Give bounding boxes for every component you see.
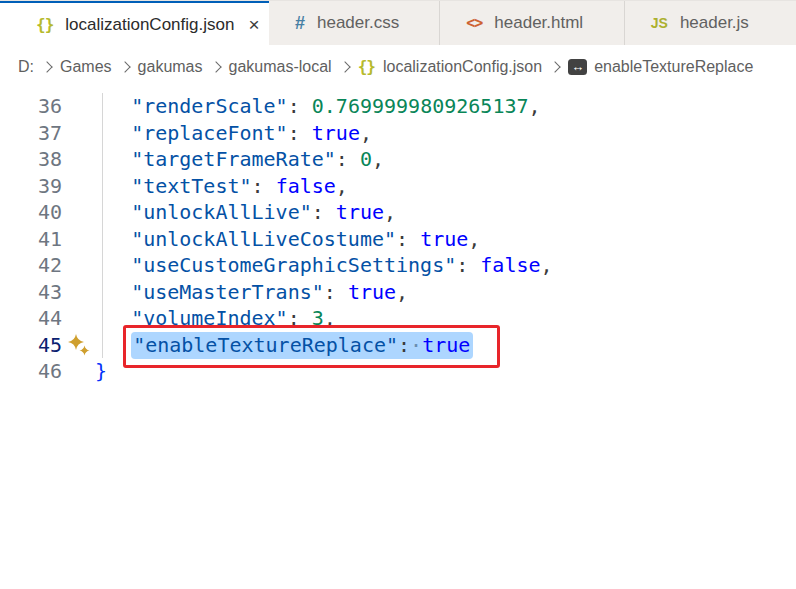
tab-header-html[interactable]: <> header.html: [440, 1, 625, 46]
code-line[interactable]: 36 "renderScale": 0.7699999809265137,: [0, 93, 796, 120]
code-text: "targetFrameRate": 0,: [95, 146, 384, 173]
json-braces-icon: {}: [358, 57, 375, 76]
code-text: }: [95, 358, 107, 385]
gutter: [62, 279, 95, 306]
code-line[interactable]: 41 "unlockAllLiveCostume": true,: [0, 226, 796, 253]
tab-label: localizationConfig.json: [65, 15, 234, 35]
code-line[interactable]: 43 "useMasterTrans": true,: [0, 279, 796, 306]
line-number: 43: [0, 280, 62, 304]
code-text: "unlockAllLive": true,: [95, 199, 396, 226]
line-number: 42: [0, 253, 62, 277]
code-line[interactable]: 37 "replaceFont": true,: [0, 120, 796, 147]
breadcrumb-symbol-label: enableTextureReplace: [594, 58, 753, 76]
tab-bar: {} localizationConfig.json × # header.cs…: [0, 0, 796, 45]
chevron-right-icon: [549, 61, 560, 72]
code-line[interactable]: 38 "targetFrameRate": 0,: [0, 146, 796, 173]
line-number: 40: [0, 200, 62, 224]
gutter: [62, 226, 95, 253]
code-text: "renderScale": 0.7699999809265137,: [95, 93, 541, 120]
code-text: "enableTextureReplace":·true: [95, 332, 473, 359]
code-line[interactable]: 42 "useCustomeGraphicSettings": false,: [0, 252, 796, 279]
chevron-right-icon: [41, 61, 52, 72]
code-line[interactable]: 39 "textTest": false,: [0, 173, 796, 200]
css-hash-icon: #: [295, 13, 305, 34]
close-icon[interactable]: ×: [248, 15, 259, 34]
chevron-right-icon: [210, 61, 221, 72]
gutter: [62, 146, 95, 173]
gutter: [62, 173, 95, 200]
breadcrumb-symbol[interactable]: ↔ enableTextureReplace: [568, 58, 753, 76]
code-editor[interactable]: 36 "renderScale": 0.7699999809265137,37 …: [0, 88, 796, 589]
breadcrumb-gakumas-local[interactable]: gakumas-local: [229, 58, 332, 76]
code-text: "volumeIndex": 3,: [95, 305, 336, 332]
code-text: "replaceFont": true,: [95, 120, 372, 147]
code-text: "useCustomeGraphicSettings": false,: [95, 252, 553, 279]
code-line[interactable]: 44 "volumeIndex": 3,: [0, 305, 796, 332]
symbol-boolean-icon: ↔: [568, 59, 587, 75]
gutter: [62, 199, 95, 226]
breadcrumb-file[interactable]: {} localizationConfig.json: [358, 57, 542, 76]
gutter: [62, 332, 95, 359]
tab-header-js[interactable]: JS header.js: [625, 1, 796, 46]
code-text: "useMasterTrans": true,: [95, 279, 408, 306]
gutter: [62, 120, 95, 147]
html-angle-brackets-icon: <>: [466, 14, 482, 32]
gutter: [62, 358, 95, 385]
gutter: [62, 252, 95, 279]
tab-label: header.css: [317, 13, 399, 33]
json-braces-icon: {}: [36, 15, 53, 34]
breadcrumb-drive[interactable]: D:: [18, 58, 34, 76]
breadcrumb-gakumas[interactable]: gakumas: [138, 58, 203, 76]
line-number: 36: [0, 94, 62, 118]
line-number: 44: [0, 306, 62, 330]
breadcrumb-file-label: localizationConfig.json: [383, 58, 542, 76]
code-line[interactable]: 46}: [0, 358, 796, 385]
code-text: "textTest": false,: [95, 173, 348, 200]
tab-localizationconfig-json[interactable]: {} localizationConfig.json ×: [0, 1, 269, 46]
chevron-right-icon: [119, 61, 130, 72]
code-line[interactable]: 45 "enableTextureReplace":·true: [0, 332, 796, 359]
sparkle-icon[interactable]: [67, 333, 91, 357]
chevron-right-icon: [339, 61, 350, 72]
tab-header-css[interactable]: # header.css: [269, 1, 440, 46]
breadcrumb-games[interactable]: Games: [60, 58, 112, 76]
gutter: [62, 93, 95, 120]
code-line[interactable]: 40 "unlockAllLive": true,: [0, 199, 796, 226]
tab-label: header.html: [494, 13, 583, 33]
js-icon: JS: [651, 15, 668, 31]
breadcrumb: D: Games gakumas gakumas-local {} locali…: [0, 45, 796, 88]
line-number: 38: [0, 147, 62, 171]
code-text: "unlockAllLiveCostume": true,: [95, 226, 480, 253]
line-number: 41: [0, 227, 62, 251]
line-number: 37: [0, 121, 62, 145]
tab-label: header.js: [680, 13, 749, 33]
code-lines: 36 "renderScale": 0.7699999809265137,37 …: [0, 93, 796, 385]
line-number: 46: [0, 359, 62, 383]
text-selection: "enableTextureReplace":·true: [131, 332, 473, 359]
gutter: [62, 305, 95, 332]
line-number: 39: [0, 174, 62, 198]
line-number: 45: [0, 333, 62, 357]
